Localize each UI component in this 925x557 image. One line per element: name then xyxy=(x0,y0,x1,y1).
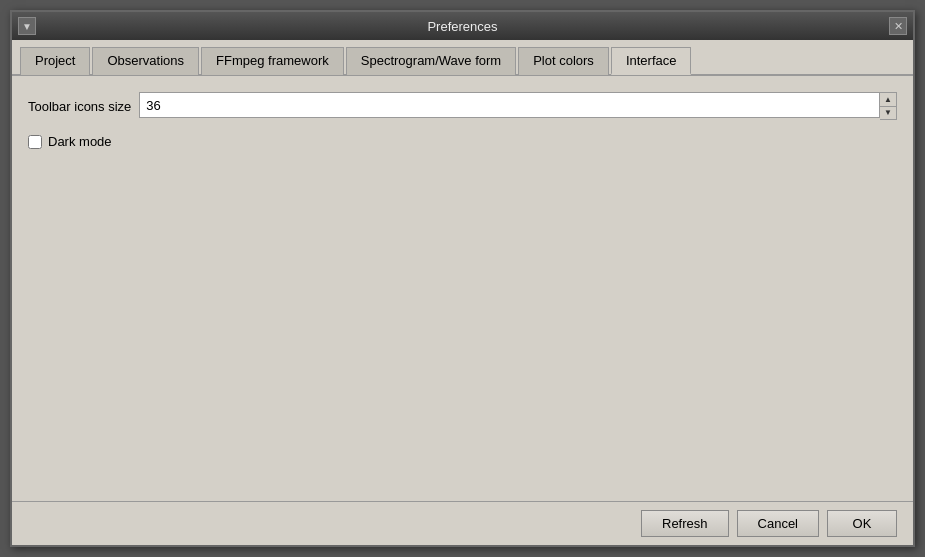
preferences-window: ▼ Preferences ✕ Project Observations FFm… xyxy=(10,10,915,547)
tab-bar: Project Observations FFmpeg framework Sp… xyxy=(12,40,913,76)
toolbar-icons-size-row: Toolbar icons size ▲ ▼ xyxy=(28,92,897,120)
spinbox-buttons: ▲ ▼ xyxy=(880,92,897,120)
toolbar-icons-size-label: Toolbar icons size xyxy=(28,99,131,114)
window-title: Preferences xyxy=(36,19,889,34)
title-bar: ▼ Preferences ✕ xyxy=(12,12,913,40)
refresh-button[interactable]: Refresh xyxy=(641,510,729,537)
toolbar-icons-size-spinbox: ▲ ▼ xyxy=(139,92,897,120)
close-button[interactable]: ✕ xyxy=(889,17,907,35)
content-area: Toolbar icons size ▲ ▼ Dark mode xyxy=(12,76,913,501)
toolbar-icons-size-input[interactable] xyxy=(139,92,880,118)
bottom-bar: Refresh Cancel OK xyxy=(12,501,913,545)
menu-icon[interactable]: ▼ xyxy=(18,17,36,35)
dark-mode-label[interactable]: Dark mode xyxy=(48,134,112,149)
dark-mode-checkbox[interactable] xyxy=(28,135,42,149)
tab-spectrogram[interactable]: Spectrogram/Wave form xyxy=(346,47,516,75)
spinbox-up-button[interactable]: ▲ xyxy=(880,93,896,106)
cancel-button[interactable]: Cancel xyxy=(737,510,819,537)
dark-mode-row: Dark mode xyxy=(28,134,897,149)
ok-button[interactable]: OK xyxy=(827,510,897,537)
tab-observations[interactable]: Observations xyxy=(92,47,199,75)
tab-interface[interactable]: Interface xyxy=(611,47,692,75)
tab-project[interactable]: Project xyxy=(20,47,90,75)
spinbox-down-button[interactable]: ▼ xyxy=(880,106,896,119)
tab-plot-colors[interactable]: Plot colors xyxy=(518,47,609,75)
tab-ffmpeg[interactable]: FFmpeg framework xyxy=(201,47,344,75)
